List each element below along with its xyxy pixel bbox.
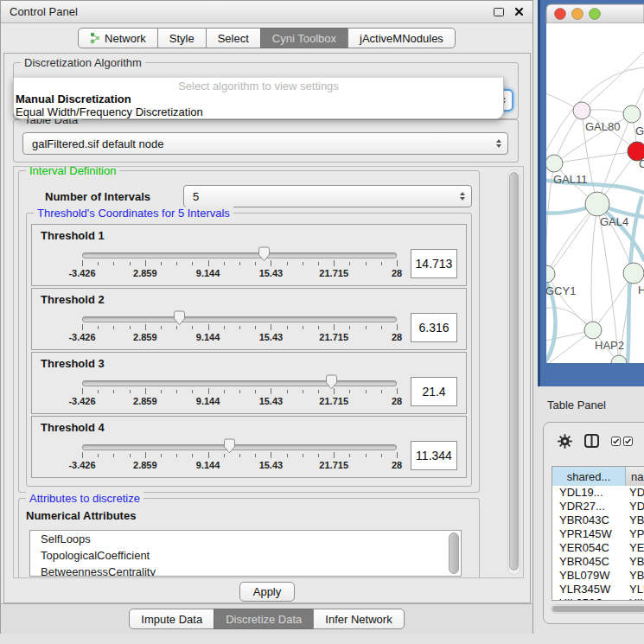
slider-track[interactable] — [82, 252, 397, 258]
cell-shared-name[interactable]: YDR27... — [552, 500, 626, 513]
cell-shared-name[interactable]: YBR045C — [552, 555, 626, 569]
slider-handle[interactable] — [325, 374, 338, 390]
cell-name[interactable]: YBR0 — [626, 513, 644, 527]
numerical-attributes-label: Numerical Attributes — [26, 509, 136, 522]
thresholds-group: Threshold's Coordinates for 5 Intervals … — [26, 213, 472, 487]
tab-discretize-data[interactable]: Discretize Data — [214, 609, 314, 629]
threshold-slider-2[interactable]: -3.4262.8599.14415.4321.71528 — [80, 309, 399, 347]
table-row[interactable]: YBL079WYBL0 — [552, 569, 644, 583]
network-node-ga[interactable] — [623, 105, 641, 123]
slider-handle[interactable] — [173, 310, 186, 326]
network-canvas[interactable]: GAL80GACGAL11GAL4GCY1HHAP2 — [538, 0, 644, 386]
tab-cyni-toolbox[interactable]: Cyni Toolbox — [260, 28, 348, 48]
tab-label: Cyni Toolbox — [272, 32, 336, 45]
column-header-shared-name[interactable]: shared... — [552, 467, 626, 486]
cell-shared-name[interactable]: YBR043C — [552, 513, 626, 527]
table-row[interactable]: YER054CYER0 — [552, 541, 644, 555]
tab-label: jActiveMNodules — [360, 32, 443, 45]
settings-scrollbar[interactable] — [507, 169, 520, 575]
threshold-value-input[interactable]: 21.4 — [411, 377, 457, 406]
cell-name[interactable]: YER0 — [626, 541, 644, 555]
cell-name[interactable]: YBL0 — [626, 569, 644, 583]
table-data-combo[interactable]: galFiltered.sif default node — [22, 132, 508, 155]
attribute-item[interactable]: SelfLoops — [30, 531, 461, 547]
algorithm-placeholder: Select algorithm to view settings — [14, 80, 503, 92]
zoom-light[interactable] — [590, 9, 601, 20]
cell-shared-name[interactable]: YER054C — [552, 541, 626, 555]
threshold-slider-3[interactable]: -3.4262.8599.14415.4321.71528 — [80, 373, 399, 411]
network-node-h[interactable] — [623, 263, 644, 284]
cell-name[interactable]: YBR0 — [626, 555, 644, 569]
table-row[interactable]: YIL052CYIL0 — [552, 596, 644, 600]
tab-label: Impute Data — [141, 613, 202, 626]
close-icon[interactable] — [514, 7, 524, 16]
table-horizontal-scrollbar[interactable] — [551, 604, 644, 614]
table-row[interactable]: YBR045CYBR0 — [552, 555, 644, 569]
cell-shared-name[interactable]: YLR345W — [552, 583, 626, 596]
cell-shared-name[interactable]: YPR145W — [552, 527, 626, 541]
table-row[interactable]: YBR043CYBR0 — [552, 513, 644, 527]
network-node-hap2[interactable] — [584, 322, 602, 339]
cell-shared-name[interactable]: YDL19... — [552, 486, 626, 500]
apply-button[interactable]: Apply — [239, 582, 295, 602]
tab-impute-data[interactable]: Impute Data — [129, 609, 214, 629]
table-rows: YDL19...YDL1YDR27...YDR2YBR043CYBR0YPR14… — [552, 486, 644, 600]
slider-handle[interactable] — [223, 438, 236, 454]
algorithm-option-equal-width[interactable]: Equal Width/Frequency Discretization — [14, 105, 503, 118]
column-header-name[interactable]: na — [626, 467, 644, 486]
table-row[interactable]: YDR27...YDR2 — [552, 500, 644, 513]
network-node-gal11[interactable] — [545, 155, 563, 172]
algorithm-option-manual[interactable]: Manual Discretization — [14, 92, 503, 105]
float-window-icon[interactable] — [494, 8, 504, 16]
settings-gear-icon[interactable] — [558, 434, 572, 449]
minimize-light[interactable] — [572, 9, 583, 20]
slider-track[interactable] — [82, 444, 397, 450]
table-horizontal-scrollbar-thumb[interactable] — [552, 606, 644, 612]
number-of-intervals-combo[interactable]: 5 — [183, 185, 472, 207]
number-of-intervals-label: Number of Intervals — [45, 190, 173, 203]
list-scrollbar-thumb[interactable] — [449, 532, 459, 574]
network-view-window[interactable]: GAL80GACGAL11GAL4GCY1HHAP2 — [538, 0, 644, 386]
tab-label: Select — [218, 32, 249, 45]
slider-ticks — [82, 388, 397, 395]
threshold-slider-4[interactable]: -3.4262.8599.14415.4321.71528 — [80, 437, 399, 475]
cell-name[interactable]: YLR3 — [626, 583, 644, 596]
cell-shared-name[interactable]: YBL079W — [552, 569, 626, 583]
slider-handle[interactable] — [258, 246, 271, 262]
cell-name[interactable]: YPR1 — [626, 527, 644, 541]
node-table: shared... na YDL19...YDL1YDR27...YDR2YBR… — [552, 466, 644, 601]
cell-shared-name[interactable]: YIL052C — [552, 596, 626, 600]
tab-label: Infer Network — [325, 613, 392, 626]
close-light[interactable] — [555, 9, 566, 20]
tab-network[interactable]: Network — [78, 28, 158, 48]
checkbox-checked-icon[interactable] — [611, 437, 621, 446]
cell-name[interactable]: YDR2 — [626, 500, 644, 513]
settings-scrollbar-thumb[interactable] — [509, 172, 519, 571]
threshold-value-input[interactable]: 14.713 — [411, 249, 457, 278]
threshold-value-input[interactable]: 11.344 — [411, 441, 457, 470]
cyni-bottom-tabbar: Impute Data Discretize Data Infer Networ… — [1, 603, 532, 634]
attribute-item[interactable]: TopologicalCoefficient — [30, 547, 461, 564]
split-columns-icon[interactable] — [584, 434, 599, 448]
screen: Control Panel Network Style Select — [0, 0, 644, 644]
tab-jactivemnodules[interactable]: jActiveMNodules — [348, 28, 456, 48]
checkbox-checked-icon[interactable] — [623, 437, 633, 446]
tab-style[interactable]: Style — [157, 28, 207, 48]
table-row[interactable]: YPR145WYPR1 — [552, 527, 644, 541]
table-row[interactable]: YDL19...YDL1 — [552, 486, 644, 500]
tab-select[interactable]: Select — [206, 28, 261, 48]
table-row[interactable]: YLR345WYLR3 — [552, 583, 644, 596]
network-node-gal80[interactable] — [573, 102, 590, 119]
tab-infer-network[interactable]: Infer Network — [313, 609, 404, 629]
numerical-attributes-list[interactable]: SelfLoopsTopologicalCoefficientBetweenne… — [29, 530, 462, 577]
attribute-item[interactable]: BetweennessCentrality — [30, 564, 461, 577]
network-node-gal4[interactable] — [585, 192, 609, 216]
cell-name[interactable]: YDL1 — [626, 486, 644, 500]
slider-track[interactable] — [82, 380, 397, 386]
cell-name[interactable]: YIL0 — [626, 596, 644, 600]
slider-track[interactable] — [82, 316, 397, 322]
combo-value: galFiltered.sif default node — [32, 137, 163, 150]
control-panel-tabbar: Network Style Select Cyni Toolbox jActiv… — [1, 23, 532, 53]
threshold-slider-1[interactable]: -3.4262.8599.14415.4321.71528 — [80, 245, 399, 283]
threshold-value-input[interactable]: 6.316 — [411, 313, 457, 342]
